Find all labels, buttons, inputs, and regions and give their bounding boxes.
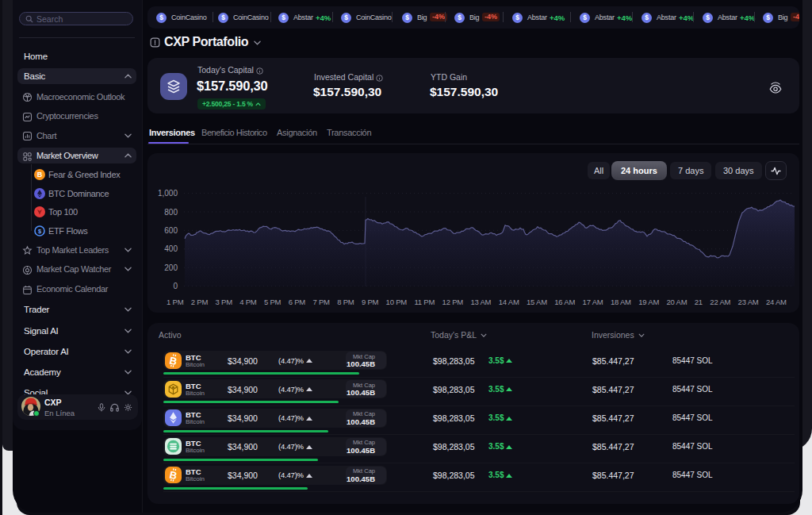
svg-text:$: $	[38, 228, 42, 235]
svg-text:$: $	[583, 13, 587, 21]
svg-text:$: $	[706, 13, 710, 21]
svg-text:$: $	[766, 13, 770, 21]
svg-text:$: $	[159, 13, 163, 21]
svg-text:$: $	[458, 13, 462, 21]
svg-text:$: $	[645, 13, 649, 21]
svg-text:B: B	[37, 171, 43, 179]
svg-text:$: $	[515, 13, 519, 21]
svg-text:$: $	[405, 13, 409, 21]
svg-text:$: $	[282, 13, 285, 21]
svg-text:$: $	[344, 13, 348, 21]
svg-text:$: $	[221, 13, 225, 21]
